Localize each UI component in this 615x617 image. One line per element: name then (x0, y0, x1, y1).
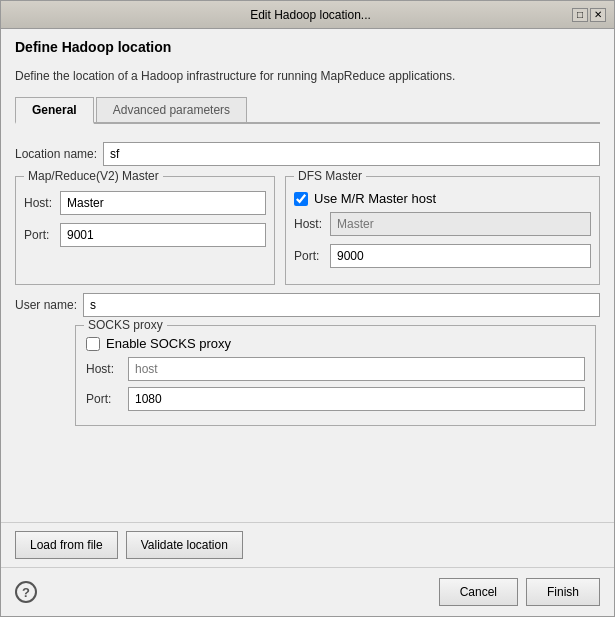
mapreduce-port-row: Port: (24, 223, 266, 247)
dialog-content: Define Hadoop location Define the locati… (1, 29, 614, 522)
finish-button[interactable]: Finish (526, 578, 600, 606)
location-name-input[interactable] (103, 142, 600, 166)
footer: ? Cancel Finish (1, 567, 614, 616)
validate-location-button[interactable]: Validate location (126, 531, 243, 559)
minimize-button[interactable]: □ (572, 8, 588, 22)
load-from-file-button[interactable]: Load from file (15, 531, 118, 559)
tab-advanced-parameters[interactable]: Advanced parameters (96, 97, 247, 122)
dfs-content: Use M/R Master host Host: Port: (294, 191, 591, 268)
socks-enable-checkbox[interactable] (86, 337, 100, 351)
tabs-container: General Advanced parameters (15, 97, 600, 124)
socks-host-label: Host: (86, 362, 122, 376)
socks-enable-label: Enable SOCKS proxy (106, 336, 231, 351)
dialog-description: Define the location of a Hadoop infrastr… (15, 67, 600, 85)
mapreduce-legend: Map/Reduce(V2) Master (24, 169, 163, 183)
mapreduce-host-label: Host: (24, 196, 60, 210)
form-area: Location name: Map/Reduce(V2) Master Hos… (15, 132, 600, 512)
mapreduce-port-input[interactable] (60, 223, 266, 247)
socks-legend: SOCKS proxy (84, 318, 167, 332)
master-panels-row: Map/Reduce(V2) Master Host: Port: (15, 176, 600, 285)
footer-buttons: Cancel Finish (439, 578, 600, 606)
dfs-checkbox-row: Use M/R Master host (294, 191, 591, 206)
help-button[interactable]: ? (15, 581, 37, 603)
socks-port-label: Port: (86, 392, 122, 406)
socks-enable-row: Enable SOCKS proxy (86, 336, 585, 351)
tab-general[interactable]: General (15, 97, 94, 124)
cancel-button[interactable]: Cancel (439, 578, 518, 606)
titlebar-title: Edit Hadoop location... (49, 8, 572, 22)
titlebar: Edit Hadoop location... □ ✕ (1, 1, 614, 29)
socks-host-row: Host: (86, 357, 585, 381)
mapreduce-host-input[interactable] (60, 191, 266, 215)
action-button-bar: Load from file Validate location (1, 522, 614, 567)
mapreduce-content: Host: Port: (24, 191, 266, 247)
titlebar-controls: □ ✕ (572, 8, 606, 22)
dfs-port-input[interactable] (330, 244, 591, 268)
dfs-host-row: Host: (294, 212, 591, 236)
username-row: User name: (15, 293, 600, 317)
username-input[interactable] (83, 293, 600, 317)
location-name-row: Location name: (15, 142, 600, 166)
username-label: User name: (15, 298, 77, 312)
location-name-label: Location name: (15, 147, 97, 161)
socks-port-row: Port: (86, 387, 585, 411)
dialog-title: Define Hadoop location (15, 39, 600, 55)
dfs-host-input[interactable] (330, 212, 591, 236)
main-window: Edit Hadoop location... □ ✕ Define Hadoo… (0, 0, 615, 617)
dfs-port-row: Port: (294, 244, 591, 268)
close-button[interactable]: ✕ (590, 8, 606, 22)
dfs-port-label: Port: (294, 249, 330, 263)
dfs-use-mr-label: Use M/R Master host (314, 191, 436, 206)
socks-panel: SOCKS proxy Enable SOCKS proxy Host: Por… (75, 325, 596, 426)
dfs-legend: DFS Master (294, 169, 366, 183)
socks-host-input[interactable] (128, 357, 585, 381)
mapreduce-host-row: Host: (24, 191, 266, 215)
socks-port-input[interactable] (128, 387, 585, 411)
dfs-panel: DFS Master Use M/R Master host Host: Por… (285, 176, 600, 285)
socks-content: Enable SOCKS proxy Host: Port: (86, 336, 585, 411)
dfs-host-label: Host: (294, 217, 330, 231)
mapreduce-port-label: Port: (24, 228, 60, 242)
mapreduce-panel: Map/Reduce(V2) Master Host: Port: (15, 176, 275, 285)
dfs-use-mr-checkbox[interactable] (294, 192, 308, 206)
